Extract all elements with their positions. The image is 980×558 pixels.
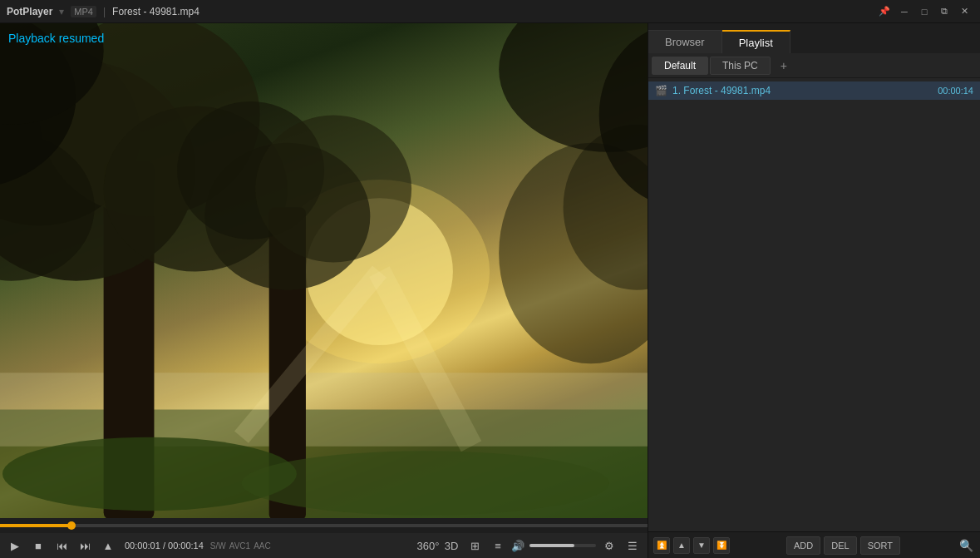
video-area[interactable]: Playback resumed <box>0 23 648 518</box>
playlist-tabs: Default This PC + <box>648 53 980 78</box>
codec-audio: AAC <box>254 541 271 551</box>
open-file-button[interactable]: ▲ <box>98 536 118 555</box>
controls-bar: ▶ ■ ⏮ ⏭ ▲ 00:00:01 / 00:00:14 S/W AVC1 A… <box>0 533 648 558</box>
total-time: 00:00:14 <box>168 541 204 551</box>
panel-tabs: Browser Playlist <box>648 23 980 53</box>
add-button[interactable]: ADD <box>786 536 820 555</box>
playlist-item-name: 1. Forest - 49981.mp4 <box>672 85 933 96</box>
play-button[interactable]: ▶ <box>5 536 25 555</box>
svg-point-13 <box>255 116 411 263</box>
time-display: 00:00:01 / 00:00:14 <box>125 541 204 551</box>
codec-video: AVC1 <box>229 541 250 551</box>
pin-button[interactable]: 📌 <box>875 4 894 19</box>
arrow-down[interactable]: ▼ <box>693 537 710 554</box>
tab-playlist[interactable]: Playlist <box>722 30 790 53</box>
btn-360[interactable]: 360° <box>418 536 438 555</box>
title-divider: ▾ <box>59 6 64 17</box>
title-bar: PotPlayer ▾ MP4 | Forest - 49981.mp4 📌 ─… <box>0 0 980 23</box>
main-content: Playback resumed ▶ ■ ⏮ ⏭ ▲ 00:00:01 / 00… <box>0 23 980 558</box>
progress-bar-area[interactable] <box>0 518 648 533</box>
volume-fill <box>529 544 574 547</box>
search-button[interactable]: 🔍 <box>957 536 975 555</box>
video-scene-svg <box>0 23 648 518</box>
sort-button[interactable]: SORT <box>860 536 900 555</box>
volume-icon: 🔊 <box>511 540 524 552</box>
video-panel: Playback resumed ▶ ■ ⏮ ⏭ ▲ 00:00:01 / 00… <box>0 23 648 558</box>
title-bar-left: PotPlayer ▾ MP4 | Forest - 49981.mp4 <box>7 6 199 17</box>
file-format: MP4 <box>71 6 96 17</box>
close-button[interactable]: ✕ <box>955 4 973 19</box>
playlist-content: 🎬 1. Forest - 49981.mp4 00:00:14 <box>648 78 980 531</box>
playlist-item-duration: 00:00:14 <box>938 86 973 96</box>
playlist-item[interactable]: 🎬 1. Forest - 49981.mp4 00:00:14 <box>648 81 980 100</box>
right-panel: Browser Playlist Default This PC + 🎬 1. … <box>648 23 980 558</box>
maximize-button[interactable]: □ <box>915 4 933 19</box>
progress-track[interactable] <box>0 524 648 527</box>
del-button[interactable]: DEL <box>824 536 856 555</box>
btn-equalizer[interactable]: ⊞ <box>465 536 485 555</box>
next-button[interactable]: ⏭ <box>75 536 95 555</box>
prev-button[interactable]: ⏮ <box>52 536 71 555</box>
volume-slider[interactable] <box>529 544 596 547</box>
svg-point-21 <box>242 451 609 515</box>
progress-fill <box>0 524 71 527</box>
playlist-footer: ⏫ ▲ ▼ ⏬ ADD DEL SORT 🔍 <box>648 531 980 558</box>
btn-3d[interactable]: 3D <box>441 536 461 555</box>
btn-caption[interactable]: ≡ <box>488 536 508 555</box>
settings-button[interactable]: ⚙ <box>599 536 619 555</box>
tab-browser[interactable]: Browser <box>648 30 722 53</box>
current-time: 00:00:01 <box>125 541 160 551</box>
restore-button[interactable]: ⧉ <box>935 4 953 19</box>
playlist-item-icon: 🎬 <box>655 85 667 96</box>
arrow-up-top[interactable]: ⏫ <box>653 537 670 554</box>
stop-button[interactable]: ■ <box>28 536 48 555</box>
app-name: PotPlayer <box>7 6 52 17</box>
file-name: Forest - 49981.mp4 <box>112 6 199 17</box>
codec-sw: S/W <box>210 541 226 551</box>
svg-rect-3 <box>0 373 648 446</box>
pl-tab-this-pc[interactable]: This PC <box>710 57 771 75</box>
pl-tab-default[interactable]: Default <box>652 57 708 75</box>
menu-button[interactable]: ☰ <box>623 536 643 555</box>
arrow-up[interactable]: ▲ <box>673 537 690 554</box>
progress-thumb[interactable] <box>67 521 76 530</box>
arrow-down-bottom[interactable]: ⏬ <box>713 537 730 554</box>
minimize-button[interactable]: ─ <box>895 4 914 19</box>
window-controls: 📌 ─ □ ⧉ ✕ <box>875 4 973 19</box>
title-separator: | <box>103 6 106 17</box>
pl-tab-add[interactable]: + <box>772 57 795 75</box>
status-text: Playback resumed <box>8 32 104 45</box>
